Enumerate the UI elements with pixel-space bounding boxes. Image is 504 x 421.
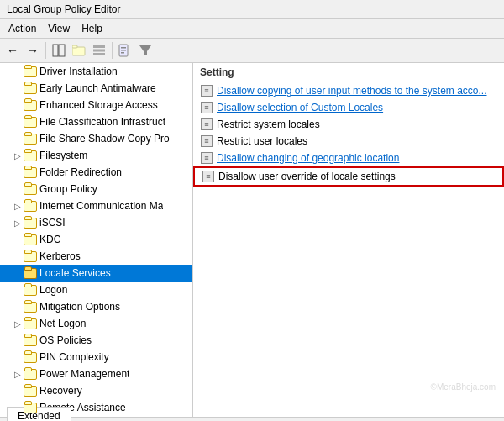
policy-icon-restrict-user: [200, 134, 213, 148]
policy-icon-disallow-selection: [200, 101, 213, 114]
tree-item-recovery[interactable]: Recovery: [0, 382, 192, 399]
folder-icon-kerberos: [24, 250, 37, 263]
toolbar-separator-2: [112, 42, 113, 59]
folder-icon-early-launch: [24, 82, 37, 95]
properties-button[interactable]: [116, 41, 134, 60]
expander-net-logon: ▷: [12, 319, 24, 329]
tab-extended[interactable]: Extended: [7, 407, 71, 421]
setting-label-restrict-user: Restrict user locales: [217, 135, 307, 147]
tree-item-early-launch[interactable]: Early Launch Antimalware: [0, 80, 192, 97]
tree-item-label-iscsi: iSCSI: [39, 217, 66, 229]
tree-item-label-internet-comm: Internet Communication Ma: [39, 200, 163, 212]
expander-internet-comm: ▷: [12, 202, 24, 211]
title-bar: Local Group Policy Editor: [0, 0, 504, 19]
tree-item-kdc[interactable]: KDC: [0, 231, 192, 248]
tree-item-label-group-policy: Group Policy: [39, 183, 97, 195]
menu-action[interactable]: Action: [3, 21, 41, 36]
forward-button[interactable]: →: [24, 41, 42, 60]
expander-iscsi: ▷: [12, 218, 24, 228]
tree-item-iscsi[interactable]: ▷iSCSI: [0, 214, 192, 231]
setting-label-disallow-geographic: Disallow changing of geographic location: [217, 152, 399, 164]
tree-item-label-file-share: File Share Shadow Copy Pro: [39, 133, 170, 145]
tree-item-pin-complexity[interactable]: PIN Complexity: [0, 349, 192, 366]
folder-icon-driver-installation: [24, 65, 37, 78]
show-hide-tree-button[interactable]: [50, 41, 68, 60]
setting-item-disallow-copying[interactable]: Disallow copying of user input methods t…: [193, 82, 504, 99]
tree-item-label-power-management: Power Management: [39, 368, 129, 380]
policy-icon-disallow-copying: [200, 84, 213, 97]
filter-button[interactable]: [136, 41, 155, 60]
toolbar-separator-1: [45, 42, 46, 59]
expander-power-management: ▷: [12, 370, 24, 379]
folder-icon-pin-complexity: [24, 350, 37, 364]
tree-item-power-management[interactable]: ▷Power Management: [0, 366, 192, 382]
tree-item-file-share[interactable]: File Share Shadow Copy Pro: [0, 130, 192, 147]
folder-icon-file-share: [24, 132, 37, 145]
svg-rect-0: [53, 45, 58, 56]
policy-icon-disallow-override: [202, 170, 215, 183]
tree-item-logon[interactable]: Logon: [0, 282, 192, 298]
bottom-bar: ExtendedStandard: [0, 417, 504, 421]
setting-label-disallow-copying: Disallow copying of user input methods t…: [217, 85, 487, 97]
tree-item-filesystem[interactable]: ▷Filesystem: [0, 147, 192, 164]
folder-icon-locale-services: [24, 266, 37, 280]
folder-icon-kdc: [24, 233, 37, 246]
menu-bar: Action View Help: [0, 19, 504, 39]
tree-item-label-recovery: Recovery: [39, 385, 82, 397]
setting-item-disallow-selection[interactable]: Disallow selection of Custom Locales: [193, 99, 504, 116]
folder-icon-file-classification: [24, 115, 37, 129]
tree-item-label-filesystem: Filesystem: [39, 150, 87, 161]
toolbar: ← →: [0, 39, 504, 63]
tree-item-mitigation-options[interactable]: Mitigation Options: [0, 298, 192, 315]
tree-item-label-locale-services: Locale Services: [39, 267, 111, 279]
tree-item-file-classification[interactable]: File Classification Infrastruct: [0, 113, 192, 130]
app-title: Local Group Policy Editor: [7, 3, 120, 15]
folder-icon-mitigation-options: [24, 300, 37, 313]
svg-rect-4: [93, 45, 105, 48]
menu-help[interactable]: Help: [76, 21, 108, 36]
expander-filesystem: ▷: [12, 151, 24, 161]
svg-rect-3: [72, 45, 77, 48]
setting-item-restrict-system[interactable]: Restrict system locales: [193, 116, 504, 133]
policy-icon-disallow-geographic: [200, 151, 213, 165]
folder-icon-remote-assistance: [24, 401, 37, 414]
tree-item-label-os-policies: OS Policies: [39, 334, 92, 346]
svg-marker-11: [139, 45, 151, 55]
tree-item-label-driver-installation: Driver Installation: [39, 66, 118, 77]
folder-icon-power-management: [24, 367, 37, 381]
svg-rect-1: [59, 45, 65, 56]
left-panel: Driver Installation Early Launch Antimal…: [0, 63, 193, 417]
main-content: Driver Installation Early Launch Antimal…: [0, 63, 504, 417]
tree-item-kerberos[interactable]: Kerberos: [0, 248, 192, 265]
tree-item-folder-redirection[interactable]: Folder Redirection: [0, 164, 192, 181]
tree-item-net-logon[interactable]: ▷Net Logon: [0, 315, 192, 332]
folder-icon-logon: [24, 283, 37, 297]
tree-item-label-mitigation-options: Mitigation Options: [39, 301, 120, 313]
folder-button[interactable]: [70, 41, 88, 60]
tree-item-os-policies[interactable]: OS Policies: [0, 332, 192, 349]
folder-icon-iscsi: [24, 216, 37, 229]
tree-item-label-net-logon: Net Logon: [39, 318, 86, 329]
tree-item-locale-services[interactable]: Locale Services: [0, 265, 192, 282]
setting-item-disallow-override[interactable]: Disallow user override of locale setting…: [193, 166, 504, 187]
tree-item-label-early-launch: Early Launch Antimalware: [39, 82, 156, 94]
tree-item-internet-comm[interactable]: ▷Internet Communication Ma: [0, 197, 192, 214]
right-panel: Setting Disallow copying of user input m…: [193, 63, 504, 417]
tree-item-driver-installation[interactable]: Driver Installation: [0, 63, 192, 80]
menu-view[interactable]: View: [43, 21, 75, 36]
settings-column-header: Setting: [200, 66, 234, 78]
svg-rect-8: [121, 47, 126, 49]
setting-item-disallow-geographic[interactable]: Disallow changing of geographic location: [193, 150, 504, 166]
list-button[interactable]: [90, 41, 108, 60]
tree-item-group-policy[interactable]: Group Policy: [0, 181, 192, 197]
folder-icon-enhanced-storage: [24, 98, 37, 112]
tree-item-label-file-classification: File Classification Infrastruct: [39, 116, 165, 128]
tree-item-enhanced-storage[interactable]: Enhanced Storage Access: [0, 97, 192, 113]
tree-item-label-kerberos: Kerberos: [39, 250, 81, 262]
settings-header: Setting: [193, 63, 504, 82]
setting-item-restrict-user[interactable]: Restrict user locales: [193, 133, 504, 150]
folder-icon-internet-comm: [24, 199, 37, 213]
tree-item-label-enhanced-storage: Enhanced Storage Access: [39, 99, 158, 111]
back-button[interactable]: ←: [3, 41, 22, 60]
folder-icon-group-policy: [24, 182, 37, 196]
